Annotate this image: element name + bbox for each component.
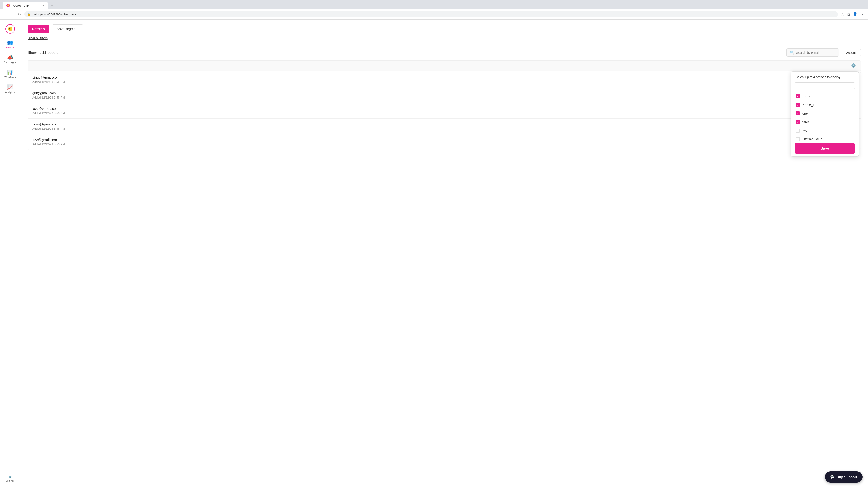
drip-support-icon: 💬 — [830, 475, 835, 479]
sidebar-analytics-label: Analytics — [5, 91, 15, 94]
analytics-icon: 📈 — [7, 85, 13, 90]
option-label-two: two — [802, 129, 807, 132]
close-tab-button[interactable]: ✕ — [42, 4, 44, 7]
sidebar-campaigns-label: Campaigns — [4, 61, 17, 64]
sidebar-workflows-label: Workflows — [4, 76, 16, 78]
person-added-date: Added 12/12/23 5:55 PM — [32, 80, 856, 84]
sidebar-item-settings[interactable]: ⚙️ Settings — [2, 473, 19, 484]
people-count-number: 13 — [42, 51, 46, 55]
reload-button[interactable]: ↻ — [16, 11, 23, 18]
url-text: getdrip.com/7641396/subscribers — [33, 13, 76, 16]
option-label-one: one — [802, 111, 808, 115]
drip-support-label: Drip Support — [836, 475, 857, 479]
star-button[interactable]: ☆ — [840, 11, 845, 18]
sidebar-people-label: People — [6, 46, 14, 49]
person-added-date: Added 12/12/23 5:55 PM — [32, 127, 856, 130]
browser-actions: ☆ ⧉ 👤 ⋮ — [840, 11, 865, 18]
refresh-button[interactable]: Refresh — [28, 25, 49, 33]
save-segment-button[interactable]: Save segment — [52, 24, 83, 33]
sidebar-item-analytics[interactable]: 📈 Analytics — [2, 83, 19, 96]
top-bar: Refresh Save segment Clear all filters — [20, 20, 868, 44]
column-search-input[interactable] — [795, 83, 855, 89]
sidebar-item-campaigns[interactable]: 📣 Campaigns — [2, 53, 19, 66]
person-email: bingo@gmail.com — [32, 75, 856, 79]
top-bar-buttons: Refresh Save segment — [28, 24, 861, 33]
person-email: 123@gmail.com — [32, 138, 856, 142]
checkbox-one[interactable] — [796, 111, 800, 116]
table-row[interactable]: bingo@gmail.comAdded 12/12/23 5:55 PM — [28, 72, 861, 88]
dropdown-option-three[interactable]: three — [791, 118, 859, 126]
option-label-name: Name — [802, 94, 811, 98]
tab-title: People · Drip — [12, 4, 29, 7]
dropdown-option-one[interactable]: one — [791, 109, 859, 118]
people-header: Showing 13 people. 🔍 Actions — [28, 48, 861, 57]
person-email: heya@gmail.com — [32, 122, 856, 126]
dropdown-options: NameName_1onethreetwoLifetime Value — [791, 91, 859, 140]
person-added-date: Added 12/12/23 5:55 PM — [32, 96, 856, 99]
settings-icon: ⚙️ — [8, 476, 12, 479]
app-wrapper: 🙂 👥 People 📣 Campaigns 📊 Workflows 📈 Ana… — [0, 0, 868, 488]
sidebar: 🙂 👥 People 📣 Campaigns 📊 Workflows 📈 Ana… — [0, 20, 20, 488]
column-save-button[interactable]: Save — [795, 143, 855, 154]
showing-prefix: Showing — [28, 51, 41, 55]
table-row[interactable]: love@yahoo.comAdded 12/12/23 5:55 PM — [28, 103, 861, 119]
column-options-button[interactable]: ⚙️ — [851, 63, 856, 68]
person-added-date: Added 12/12/23 5:55 PM — [32, 142, 856, 146]
person-email: girl@gmail.com — [32, 91, 856, 95]
option-label-three: three — [802, 120, 810, 124]
clear-filters-button[interactable]: Clear all filters — [28, 36, 48, 40]
forward-button[interactable]: › — [9, 11, 14, 17]
extension-button[interactable]: ⧉ — [846, 11, 851, 18]
browser-tab[interactable]: 🙂 People · Drip ✕ — [3, 2, 48, 9]
search-input[interactable] — [796, 51, 836, 55]
sidebar-item-people[interactable]: 👥 People — [2, 38, 19, 51]
search-bar[interactable]: 🔍 — [786, 48, 839, 57]
table-header: ⚙️ Select up to 4 options to display Nam… — [28, 60, 861, 71]
dropdown-option-name1[interactable]: Name_1 — [791, 101, 859, 109]
person-email: love@yahoo.com — [32, 107, 856, 110]
dropdown-option-two[interactable]: two — [791, 126, 859, 135]
people-header-right: 🔍 Actions — [786, 48, 861, 57]
campaigns-icon: 📣 — [7, 55, 13, 60]
people-area: Showing 13 people. 🔍 Actions ⚙️ Sele — [20, 44, 868, 154]
address-bar[interactable]: 🔒 getdrip.com/7641396/subscribers — [24, 11, 838, 18]
menu-button[interactable]: ⋮ — [860, 11, 865, 18]
checkbox-lifetime_value[interactable] — [796, 137, 800, 140]
people-icon: 👥 — [7, 40, 13, 45]
option-label-lifetime_value: Lifetime Value — [802, 137, 822, 140]
browser-chrome: 🙂 People · Drip ✕ + ‹ › ↻ 🔒 getdrip.com/… — [0, 0, 868, 20]
table-row[interactable]: 123@gmail.comAdded 12/12/23 5:55 PM — [28, 134, 861, 150]
lock-icon: 🔒 — [27, 12, 31, 16]
actions-button[interactable]: Actions — [842, 49, 861, 57]
workflows-icon: 📊 — [7, 70, 13, 75]
column-options-dropdown: Select up to 4 options to display NameNa… — [791, 71, 859, 157]
dropdown-option-name[interactable]: Name — [791, 92, 859, 101]
browser-toolbar: ‹ › ↻ 🔒 getdrip.com/7641396/subscribers … — [0, 9, 868, 20]
people-list: bingo@gmail.comAdded 12/12/23 5:55 PMgir… — [28, 72, 861, 150]
checkbox-two[interactable] — [796, 129, 800, 133]
table-row[interactable]: girl@gmail.comAdded 12/12/23 5:55 PM — [28, 88, 861, 103]
sidebar-settings-label: Settings — [6, 480, 15, 482]
favicon-icon: 🙂 — [6, 4, 10, 7]
drip-support-button[interactable]: 💬 Drip Support — [825, 471, 863, 483]
app-logo: 🙂 — [5, 24, 16, 34]
showing-suffix: people. — [48, 51, 59, 55]
table-row[interactable]: heya@gmail.comAdded 12/12/23 5:55 PM — [28, 119, 861, 134]
browser-titlebar: 🙂 People · Drip ✕ + — [0, 0, 868, 9]
checkbox-name1[interactable] — [796, 103, 800, 107]
checkbox-name[interactable] — [796, 94, 800, 98]
people-count: Showing 13 people. — [28, 51, 59, 55]
new-tab-button[interactable]: + — [49, 2, 55, 9]
drip-logo-icon: 🙂 — [5, 24, 15, 34]
person-added-date: Added 12/12/23 5:55 PM — [32, 111, 856, 115]
checkbox-three[interactable] — [796, 120, 800, 124]
profile-button[interactable]: 👤 — [852, 11, 859, 18]
option-label-name1: Name_1 — [802, 103, 814, 107]
dropdown-option-lifetime_value[interactable]: Lifetime Value — [791, 135, 859, 140]
search-icon: 🔍 — [790, 51, 794, 55]
back-button[interactable]: ‹ — [3, 11, 7, 17]
sidebar-item-workflows[interactable]: 📊 Workflows — [2, 68, 19, 81]
dropdown-title: Select up to 4 options to display — [791, 72, 859, 80]
main-content: Refresh Save segment Clear all filters S… — [20, 20, 868, 488]
dropdown-search — [791, 80, 859, 91]
